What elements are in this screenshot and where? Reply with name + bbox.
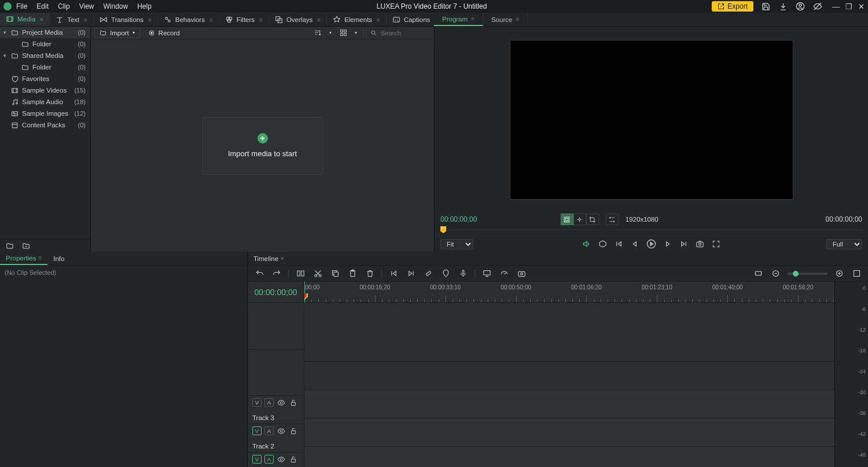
tree-item[interactable]: ▾Shared Media(0)	[0, 50, 90, 61]
track-header[interactable]: VATrack 2	[248, 424, 304, 453]
download-icon[interactable]	[778, 1, 788, 12]
timeline-canvas[interactable]: 00:00:00;0000:00:16;2000:00:33;1000:00:5…	[304, 282, 834, 467]
track-header[interactable]: VATrack 1	[248, 453, 304, 467]
tab-media[interactable]: Media≡	[0, 13, 50, 26]
voiceover-icon[interactable]	[457, 268, 469, 280]
go-start-icon[interactable]	[613, 238, 625, 250]
resolution-settings-icon[interactable]	[606, 214, 619, 225]
menu-window[interactable]: Window	[104, 2, 128, 10]
step-back-icon[interactable]	[630, 238, 641, 250]
track-row[interactable]	[304, 390, 834, 418]
zoom-out-icon[interactable]	[770, 268, 781, 280]
menu-view[interactable]: View	[79, 2, 94, 10]
tab-transitions[interactable]: Transitions≡	[94, 13, 158, 26]
new-folder-icon[interactable]	[5, 241, 15, 251]
menu-help[interactable]: Help	[137, 2, 152, 10]
speed-icon[interactable]	[498, 268, 510, 280]
tree-item[interactable]: Sample Audio(18)	[0, 96, 90, 108]
link-icon[interactable]	[422, 268, 434, 280]
menu-file[interactable]: File	[16, 2, 27, 10]
go-out-icon[interactable]	[405, 268, 417, 280]
track-audio-toggle[interactable]: A	[264, 398, 274, 407]
tab-text[interactable]: Text≡	[50, 13, 94, 26]
tree-item[interactable]: Favorites(0)	[0, 73, 90, 84]
track-audio-toggle[interactable]: A	[264, 455, 274, 464]
save-icon[interactable]	[760, 1, 771, 12]
snapshot-icon[interactable]	[694, 238, 706, 250]
tree-item[interactable]: Folder(0)	[0, 38, 90, 50]
paste-icon[interactable]	[347, 268, 358, 280]
split-icon[interactable]	[295, 268, 306, 280]
quality-select[interactable]: Full	[826, 239, 862, 249]
tree-item[interactable]: Content Packs(0)	[0, 119, 90, 131]
go-end-icon[interactable]	[678, 238, 690, 250]
go-in-icon[interactable]	[388, 268, 399, 280]
tree-item[interactable]: Sample Images(12)	[0, 108, 90, 119]
import-dropzone[interactable]: + Import media to start	[202, 117, 323, 175]
copy-icon[interactable]	[329, 268, 341, 280]
track-row[interactable]	[304, 418, 834, 447]
fit-timeline-icon[interactable]	[752, 268, 764, 280]
preview-canvas[interactable]	[510, 40, 793, 200]
tree-item[interactable]: Sample Videos(15)	[0, 84, 90, 96]
monitor-icon[interactable]	[481, 268, 492, 280]
track-video-toggle[interactable]: V	[252, 455, 262, 464]
import-button[interactable]: Import ▾	[94, 28, 140, 38]
delete-icon[interactable]	[364, 268, 376, 280]
safe-zone-icon[interactable]	[561, 214, 573, 225]
zoom-in-icon[interactable]	[833, 268, 845, 280]
tab-behaviors[interactable]: Behaviors≡	[158, 13, 219, 26]
tab-overlays[interactable]: Overlays≡	[269, 13, 327, 26]
record-button[interactable]: Record	[144, 28, 185, 38]
preview-toggle-icon[interactable]	[812, 1, 823, 12]
menu-edit[interactable]: Edit	[36, 2, 49, 10]
sort-icon[interactable]	[312, 28, 323, 38]
maximize-button[interactable]: ❐	[845, 2, 852, 11]
new-bin-icon[interactable]	[21, 241, 31, 251]
track-lock-icon[interactable]	[289, 426, 298, 435]
crop-icon[interactable]	[586, 214, 599, 225]
search-input[interactable]	[381, 30, 427, 36]
marker-icon[interactable]	[440, 268, 451, 280]
undo-icon[interactable]	[253, 268, 265, 280]
timeline-ruler[interactable]: 00:00:00;0000:00:16;2000:00:33;1000:00:5…	[304, 282, 834, 303]
sort-dropdown-icon[interactable]: ▾	[325, 28, 336, 38]
track-lock-icon[interactable]	[289, 455, 298, 464]
menu-clip[interactable]: Clip	[58, 2, 70, 10]
transform-icon[interactable]	[573, 214, 586, 225]
close-button[interactable]: ✕	[858, 2, 865, 11]
step-forward-icon[interactable]	[662, 238, 674, 250]
redo-icon[interactable]	[271, 268, 282, 280]
timeline-options-icon[interactable]	[851, 268, 862, 280]
minimize-button[interactable]: —	[832, 2, 840, 11]
cut-icon[interactable]	[312, 268, 323, 280]
zoom-fit-select[interactable]: Fit	[440, 239, 473, 249]
playhead-marker-icon[interactable]	[440, 226, 446, 233]
grid-view-icon[interactable]	[338, 28, 348, 38]
track-visibility-icon[interactable]	[277, 398, 286, 407]
tree-item[interactable]: Folder(0)	[0, 61, 90, 73]
track-visibility-icon[interactable]	[277, 455, 286, 464]
track-lock-icon[interactable]	[289, 398, 298, 407]
fullscreen-icon[interactable]	[711, 238, 722, 250]
tab-info[interactable]: Info	[47, 252, 70, 265]
tab-filters[interactable]: Filters≡	[219, 13, 269, 26]
export-button[interactable]: Export	[712, 1, 753, 12]
account-icon[interactable]	[795, 1, 806, 12]
tab-source[interactable]: Source≡	[483, 13, 528, 26]
tab-elements[interactable]: Elements≡	[327, 13, 387, 26]
tree-item[interactable]: ▾Project Media(0)	[0, 27, 90, 38]
track-row[interactable]	[304, 447, 834, 467]
track-visibility-icon[interactable]	[277, 426, 286, 435]
track-video-toggle[interactable]: V	[252, 398, 262, 407]
preview-scrubber[interactable]	[435, 226, 868, 236]
play-icon[interactable]	[646, 238, 657, 250]
volume-icon[interactable]	[581, 238, 593, 250]
tab-properties[interactable]: Properties≡	[0, 252, 47, 265]
track-audio-toggle[interactable]: A	[264, 426, 274, 435]
tab-timeline[interactable]: Timeline≡	[248, 252, 290, 265]
tab-program[interactable]: Program≡	[434, 13, 483, 26]
track-header[interactable]: VATrack 3	[248, 396, 304, 424]
camera-icon[interactable]	[516, 268, 527, 280]
loop-icon[interactable]	[597, 238, 609, 250]
